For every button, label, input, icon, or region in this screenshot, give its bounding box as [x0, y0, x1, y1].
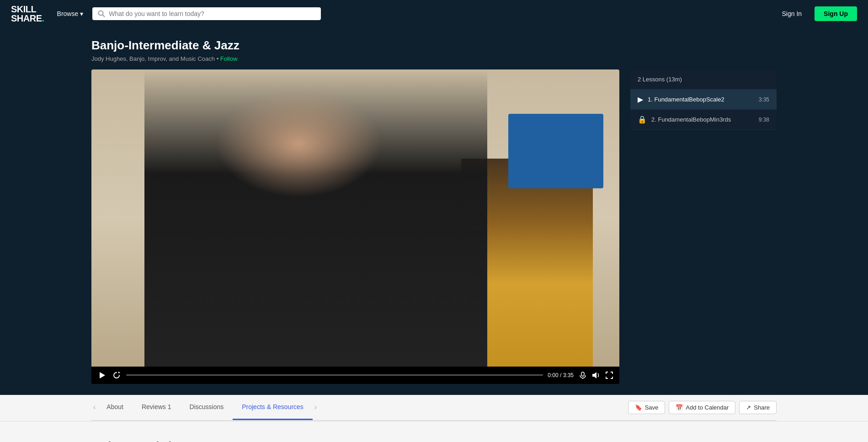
- share-button[interactable]: ↗ Share: [739, 401, 777, 414]
- lesson-duration-1: 3:35: [759, 96, 769, 103]
- logo-dot: .: [42, 13, 44, 23]
- tab-section: ‹ About Reviews 1 Discussions Projects &…: [0, 395, 868, 421]
- browse-button[interactable]: Browse ▾: [57, 10, 84, 17]
- video-person: [144, 69, 488, 367]
- lesson-item-2[interactable]: 🔒 2. FundamentalBebopMin3rds 9:38: [630, 110, 777, 130]
- svg-marker-2: [100, 372, 105, 378]
- tab-underline: [91, 420, 777, 421]
- tab-bar: ‹ About Reviews 1 Discussions Projects &…: [0, 395, 868, 420]
- logo-line1: SKILL: [11, 5, 44, 14]
- lesson-panel: 2 Lessons (13m) ▶ 1. FundamentalBebopSca…: [630, 69, 777, 130]
- volume-button[interactable]: [591, 370, 601, 380]
- sign-up-button[interactable]: Sign Up: [815, 6, 857, 21]
- svg-marker-6: [592, 372, 596, 378]
- logo[interactable]: SKILL SHARE.: [11, 5, 44, 23]
- replay-icon: [112, 371, 121, 379]
- tab-scroll-right[interactable]: ›: [313, 403, 319, 411]
- add-to-calendar-button[interactable]: 📅 Add to Calendar: [669, 401, 735, 414]
- video-right-controls: [578, 370, 614, 380]
- logo-line2: SHARE.: [11, 14, 44, 23]
- search-input[interactable]: [109, 10, 315, 17]
- calendar-icon: 📅: [676, 404, 683, 411]
- navbar: SKILL SHARE. Browse ▾ Sign In Sign Up: [0, 0, 868, 27]
- play-button[interactable]: [97, 370, 107, 380]
- svg-point-0: [99, 11, 103, 16]
- bookmark-icon: 🔖: [635, 404, 642, 411]
- sign-in-button[interactable]: Sign In: [782, 10, 802, 17]
- tab-discussions[interactable]: Discussions: [181, 395, 233, 420]
- search-bar: [92, 7, 321, 20]
- svg-marker-3: [118, 372, 120, 373]
- play-icon: [98, 371, 106, 379]
- main-layout: 0:00 / 3:35: [91, 69, 777, 384]
- browse-label: Browse: [57, 10, 79, 17]
- svg-line-1: [103, 15, 105, 17]
- search-icon: [98, 10, 105, 17]
- lesson-name-2: 2. FundamentalBebopMin3rds: [651, 116, 754, 123]
- lock-icon: 🔒: [638, 115, 647, 124]
- fullscreen-icon: [606, 372, 613, 379]
- replay-button[interactable]: [112, 370, 122, 380]
- content-area: Banjo-Intermediate & Jazz Jody Hughes, B…: [0, 27, 868, 395]
- video-controls: 0:00 / 3:35: [91, 367, 619, 384]
- course-title: Banjo-Intermediate & Jazz: [91, 38, 777, 53]
- save-button[interactable]: 🔖 Save: [628, 401, 666, 414]
- lesson-item-1[interactable]: ▶ 1. FundamentalBebopScale2 3:35: [630, 90, 777, 110]
- play-icon: ▶: [638, 95, 643, 104]
- chevron-down-icon: ▾: [80, 10, 83, 17]
- video-amp: [508, 114, 603, 188]
- course-author: Jody Hughes, Banjo, Improv, and Music Co…: [91, 55, 777, 62]
- volume-icon: [592, 371, 600, 379]
- follow-link[interactable]: Follow: [220, 55, 238, 62]
- video-container: 0:00 / 3:35: [91, 69, 619, 384]
- lesson-name-1: 1. FundamentalBebopScale2: [648, 96, 754, 103]
- video-thumbnail: [91, 69, 619, 367]
- lesson-header: 2 Lessons (13m): [630, 69, 777, 90]
- tab-scroll-left[interactable]: ‹: [91, 403, 97, 411]
- lesson-duration-2: 9:38: [759, 117, 769, 123]
- project-description-title: Project Description: [91, 440, 777, 442]
- mic-button[interactable]: [578, 371, 587, 380]
- tab-about[interactable]: About: [97, 395, 133, 420]
- share-icon: ↗: [746, 404, 751, 411]
- svg-rect-4: [581, 372, 584, 376]
- progress-bar[interactable]: [126, 374, 543, 376]
- page-body: Project Description: [0, 421, 868, 442]
- mic-icon: [579, 372, 586, 379]
- fullscreen-button[interactable]: [605, 371, 614, 380]
- time-display: 0:00 / 3:35: [548, 372, 574, 378]
- tab-reviews[interactable]: Reviews 1: [133, 395, 181, 420]
- tab-actions: 🔖 Save 📅 Add to Calendar ↗ Share: [628, 396, 777, 419]
- tab-projects-resources[interactable]: Projects & Resources: [233, 395, 313, 420]
